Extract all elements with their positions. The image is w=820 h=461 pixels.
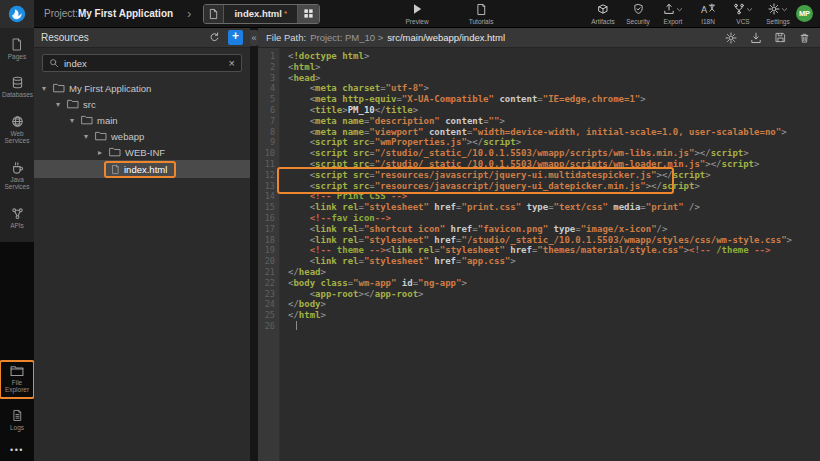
topbar-action-vcs[interactable]: VCS bbox=[730, 3, 756, 25]
download-button[interactable] bbox=[750, 32, 762, 44]
code-text[interactable]: <meta name="viewport" content="width=dev… bbox=[280, 127, 787, 138]
open-file-tab-group: index.html* bbox=[203, 4, 320, 24]
tree-item-label: webapp bbox=[111, 131, 144, 142]
code-editor-pane: File Path: Project: PM_10 > src/main/web… bbox=[258, 28, 820, 461]
code-line-3: 3<head> bbox=[258, 73, 820, 84]
code-text[interactable]: <script src="wmProperties.js"></script> bbox=[280, 137, 521, 148]
folder-icon bbox=[95, 131, 107, 141]
code-text[interactable]: <script src="/studio/_static_/10.0.1.550… bbox=[280, 159, 759, 170]
line-number: 24 bbox=[258, 299, 280, 310]
user-avatar[interactable]: MP bbox=[796, 5, 813, 22]
line-number: 6 bbox=[258, 105, 280, 116]
caret-down-icon[interactable]: ▾ bbox=[56, 100, 67, 109]
grid-icon[interactable] bbox=[297, 5, 319, 23]
code-text[interactable]: <!-- theme --><link rel="stylesheet" hre… bbox=[280, 245, 770, 256]
sidebar-overflow-icon[interactable]: ••• bbox=[0, 441, 34, 457]
caret-down-icon[interactable]: ▾ bbox=[84, 132, 95, 141]
line-number: 5 bbox=[258, 94, 280, 105]
code-text[interactable]: </html> bbox=[280, 310, 326, 321]
file-icon[interactable] bbox=[204, 5, 224, 23]
add-resource-button[interactable]: + bbox=[228, 30, 243, 45]
code-area[interactable]: 1<!doctype html>2<html>3<head>4 <meta ch… bbox=[258, 48, 820, 461]
code-text[interactable]: <meta http-equiv="X-UA-Compatible" conte… bbox=[280, 94, 646, 105]
project-breadcrumb[interactable]: Project:My First Application bbox=[44, 8, 173, 19]
export-icon bbox=[663, 3, 675, 15]
clear-search-icon[interactable]: × bbox=[229, 58, 235, 69]
topbar-action-i18n[interactable]: AI18N bbox=[695, 3, 721, 25]
code-text[interactable]: <link rel="stylesheet" href="print.css" … bbox=[280, 202, 700, 213]
code-text[interactable]: <!-- Print CSS --> bbox=[280, 191, 407, 202]
tree-item-label: main bbox=[97, 115, 118, 126]
code-text[interactable] bbox=[280, 321, 297, 332]
globe-icon bbox=[11, 115, 24, 128]
tree-item-web-inf[interactable]: ▸WEB-INF bbox=[34, 144, 250, 160]
code-text[interactable]: <html> bbox=[280, 62, 321, 73]
code-text[interactable]: <meta charset="utf-8"> bbox=[280, 83, 429, 94]
tree-item-index-html[interactable]: index.html bbox=[34, 160, 250, 178]
code-text[interactable]: <title>PM_10</title> bbox=[280, 105, 418, 116]
sidebar-item-logs[interactable]: Logs bbox=[0, 404, 34, 436]
sidebar-item-databases[interactable]: Databases bbox=[0, 71, 34, 103]
code-text[interactable]: <script src="resources/javascript/jquery… bbox=[280, 181, 700, 192]
sidebar-item-web-services[interactable]: Web Services bbox=[0, 110, 34, 150]
collapse-panel-icon[interactable]: « bbox=[250, 30, 258, 46]
search-input[interactable]: index × bbox=[42, 54, 242, 72]
topbar-action-tutorials[interactable]: Tutorials bbox=[468, 3, 494, 25]
code-text[interactable]: <link rel="stylesheet" href="app.css"> bbox=[280, 256, 516, 267]
chevron-down-icon bbox=[781, 6, 788, 13]
chevron-right-icon: › bbox=[187, 6, 191, 21]
project-label: Project: bbox=[44, 8, 78, 19]
wavemaker-logo[interactable] bbox=[0, 0, 34, 28]
sidebar-item-file-explorer[interactable]: File Explorer bbox=[0, 360, 34, 399]
sidebar-item-apis[interactable]: APIs bbox=[0, 202, 34, 234]
line-number: 7 bbox=[258, 116, 280, 127]
tree-item-src[interactable]: ▾src bbox=[34, 96, 250, 112]
code-text[interactable]: <link rel="stylesheet" href="/studio/_st… bbox=[280, 235, 792, 246]
code-line-14: 14 <!-- Print CSS --> bbox=[258, 191, 820, 202]
code-line-5: 5 <meta http-equiv="X-UA-Compatible" con… bbox=[258, 94, 820, 105]
line-number: 15 bbox=[258, 202, 280, 213]
databases-icon bbox=[11, 76, 24, 89]
save-button[interactable] bbox=[775, 32, 786, 43]
topbar-action-artifacts[interactable]: Artifacts bbox=[590, 3, 616, 25]
line-number: 14 bbox=[258, 191, 280, 202]
code-text[interactable]: <meta name="description" content=""> bbox=[280, 116, 505, 127]
tree-item-webapp[interactable]: ▾webapp bbox=[34, 128, 250, 144]
topbar-action-preview[interactable]: Preview bbox=[404, 3, 430, 25]
caret-right-icon[interactable]: ▸ bbox=[98, 148, 109, 157]
tree-item-my-first-application[interactable]: ▾My First Application bbox=[34, 80, 250, 96]
sidebar-item-pages[interactable]: Pages bbox=[0, 33, 34, 65]
tree-item-main[interactable]: ▾main bbox=[34, 112, 250, 128]
code-text[interactable]: <head> bbox=[280, 73, 321, 84]
code-text[interactable]: <script src="/studio/_static_/10.0.1.550… bbox=[280, 148, 749, 159]
line-number: 17 bbox=[258, 224, 280, 235]
topbar-action-security[interactable]: Security bbox=[625, 3, 651, 25]
code-text[interactable]: </head> bbox=[280, 267, 326, 278]
sidebar-item-java-services[interactable]: Java Services bbox=[0, 156, 34, 196]
activity-bar: PagesDatabasesWeb ServicesJava ServicesA… bbox=[0, 28, 34, 461]
code-text[interactable]: <app-root></app-root> bbox=[280, 289, 424, 300]
main-area: PagesDatabasesWeb ServicesJava ServicesA… bbox=[0, 28, 820, 461]
code-text[interactable]: <!doctype html> bbox=[280, 51, 369, 62]
code-text[interactable]: <body class="wm-app" id="ng-app"> bbox=[280, 278, 467, 289]
code-text[interactable]: <script src="resources/javascript/jquery… bbox=[280, 170, 711, 181]
line-number: 9 bbox=[258, 137, 280, 148]
settings-button[interactable] bbox=[725, 32, 737, 44]
code-text[interactable]: <link rel="shortcut icon" href="favicon.… bbox=[280, 224, 667, 235]
activity-bar-top: PagesDatabasesWeb ServicesJava ServicesA… bbox=[0, 28, 34, 242]
file-explorer-icon bbox=[10, 365, 24, 377]
delete-button[interactable] bbox=[799, 32, 810, 44]
code-line-21: 21</head> bbox=[258, 267, 820, 278]
code-text[interactable]: </body> bbox=[280, 299, 326, 310]
topbar-action-export[interactable]: Export bbox=[660, 3, 686, 25]
code-line-12: 12 <script src="resources/javascript/jqu… bbox=[258, 170, 820, 181]
refresh-icon[interactable] bbox=[209, 32, 220, 43]
code-text[interactable]: <!--fav icon--> bbox=[280, 213, 391, 224]
folder-icon bbox=[81, 115, 93, 125]
resources-search: index × bbox=[34, 48, 250, 77]
tab-index-html[interactable]: index.html* bbox=[224, 5, 297, 23]
topbar-action-settings[interactable]: Settings bbox=[765, 3, 791, 25]
code-line-4: 4 <meta charset="utf-8"> bbox=[258, 83, 820, 94]
caret-down-icon[interactable]: ▾ bbox=[42, 84, 53, 93]
caret-down-icon[interactable]: ▾ bbox=[70, 116, 81, 125]
